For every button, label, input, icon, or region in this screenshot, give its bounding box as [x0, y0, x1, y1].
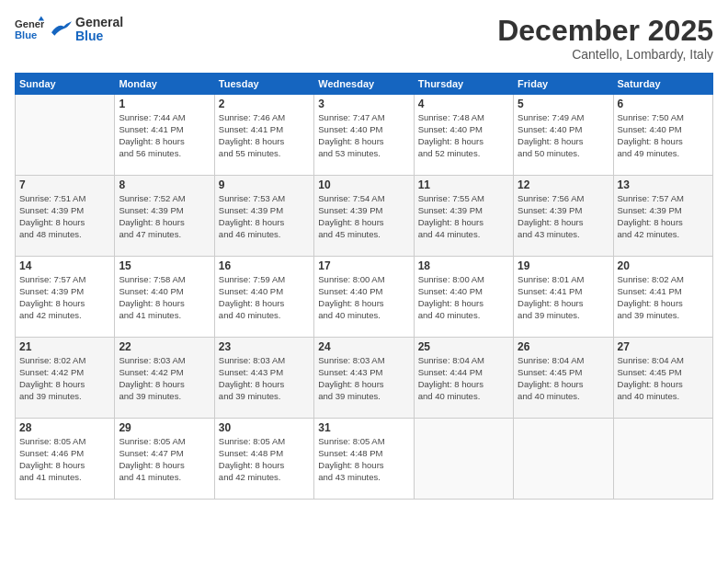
- day-number: 29: [119, 421, 210, 434]
- day-number: 21: [19, 340, 110, 353]
- day-info: Sunrise: 7:48 AM Sunset: 4:40 PM Dayligh…: [418, 112, 509, 159]
- table-row: 20Sunrise: 8:02 AM Sunset: 4:41 PM Dayli…: [613, 257, 712, 338]
- day-number: 18: [418, 259, 509, 272]
- day-info: Sunrise: 8:05 AM Sunset: 4:48 PM Dayligh…: [318, 436, 409, 483]
- table-row: 1Sunrise: 7:44 AM Sunset: 4:41 PM Daylig…: [115, 95, 214, 176]
- col-saturday: Saturday: [613, 74, 712, 95]
- day-number: 5: [518, 98, 609, 110]
- day-number: 23: [219, 340, 310, 353]
- table-row: 6Sunrise: 7:50 AM Sunset: 4:40 PM Daylig…: [613, 95, 712, 176]
- header: General Blue General Blue December 2025 …: [15, 15, 713, 62]
- table-row: 9Sunrise: 7:53 AM Sunset: 4:39 PM Daylig…: [214, 176, 313, 257]
- calendar-header-row: Sunday Monday Tuesday Wednesday Thursday…: [16, 74, 713, 95]
- day-number: 6: [618, 98, 709, 110]
- day-info: Sunrise: 8:02 AM Sunset: 4:41 PM Dayligh…: [618, 274, 709, 321]
- day-number: 9: [219, 178, 310, 191]
- day-number: 20: [618, 259, 709, 272]
- table-row: [613, 419, 712, 500]
- day-info: Sunrise: 8:04 AM Sunset: 4:45 PM Dayligh…: [618, 355, 709, 402]
- day-info: Sunrise: 7:57 AM Sunset: 4:39 PM Dayligh…: [19, 274, 110, 321]
- logo: General Blue General Blue: [15, 15, 123, 44]
- table-row: 16Sunrise: 7:59 AM Sunset: 4:40 PM Dayli…: [214, 257, 313, 338]
- day-number: 25: [418, 340, 509, 353]
- table-row: 14Sunrise: 7:57 AM Sunset: 4:39 PM Dayli…: [16, 257, 115, 338]
- logo-general-text: General: [75, 16, 123, 29]
- calendar-week-row: 7Sunrise: 7:51 AM Sunset: 4:39 PM Daylig…: [16, 176, 713, 257]
- logo-bird-icon: [48, 20, 74, 39]
- day-info: Sunrise: 8:04 AM Sunset: 4:45 PM Dayligh…: [518, 355, 609, 402]
- calendar-week-row: 21Sunrise: 8:02 AM Sunset: 4:42 PM Dayli…: [16, 338, 713, 419]
- col-tuesday: Tuesday: [214, 74, 313, 95]
- table-row: 18Sunrise: 8:00 AM Sunset: 4:40 PM Dayli…: [414, 257, 513, 338]
- day-info: Sunrise: 7:46 AM Sunset: 4:41 PM Dayligh…: [219, 112, 310, 159]
- title-block: December 2025 Cantello, Lombardy, Italy: [497, 15, 713, 62]
- table-row: 10Sunrise: 7:54 AM Sunset: 4:39 PM Dayli…: [314, 176, 414, 257]
- day-info: Sunrise: 7:59 AM Sunset: 4:40 PM Dayligh…: [219, 274, 310, 321]
- table-row: 22Sunrise: 8:03 AM Sunset: 4:42 PM Dayli…: [115, 338, 214, 419]
- day-info: Sunrise: 8:04 AM Sunset: 4:44 PM Dayligh…: [418, 355, 509, 402]
- day-number: 11: [418, 178, 509, 191]
- day-info: Sunrise: 7:58 AM Sunset: 4:40 PM Dayligh…: [119, 274, 210, 321]
- table-row: 7Sunrise: 7:51 AM Sunset: 4:39 PM Daylig…: [16, 176, 115, 257]
- day-info: Sunrise: 8:03 AM Sunset: 4:43 PM Dayligh…: [219, 355, 310, 402]
- table-row: 26Sunrise: 8:04 AM Sunset: 4:45 PM Dayli…: [514, 338, 613, 419]
- day-info: Sunrise: 8:03 AM Sunset: 4:43 PM Dayligh…: [318, 355, 409, 402]
- day-number: 19: [518, 259, 609, 272]
- day-number: 31: [318, 421, 409, 434]
- day-info: Sunrise: 7:44 AM Sunset: 4:41 PM Dayligh…: [119, 112, 210, 159]
- day-number: 17: [318, 259, 409, 272]
- table-row: 24Sunrise: 8:03 AM Sunset: 4:43 PM Dayli…: [314, 338, 414, 419]
- day-number: 2: [219, 98, 310, 110]
- day-info: Sunrise: 7:53 AM Sunset: 4:39 PM Dayligh…: [219, 193, 310, 240]
- table-row: [16, 95, 115, 176]
- table-row: 8Sunrise: 7:52 AM Sunset: 4:39 PM Daylig…: [115, 176, 214, 257]
- day-number: 26: [518, 340, 609, 353]
- day-info: Sunrise: 8:03 AM Sunset: 4:42 PM Dayligh…: [119, 355, 210, 402]
- table-row: [414, 419, 513, 500]
- day-info: Sunrise: 8:00 AM Sunset: 4:40 PM Dayligh…: [418, 274, 509, 321]
- day-info: Sunrise: 8:05 AM Sunset: 4:48 PM Dayligh…: [219, 436, 310, 483]
- col-thursday: Thursday: [414, 74, 513, 95]
- table-row: [514, 419, 613, 500]
- day-info: Sunrise: 7:54 AM Sunset: 4:39 PM Dayligh…: [318, 193, 409, 240]
- page-container: General Blue General Blue December 2025 …: [0, 0, 728, 507]
- table-row: 3Sunrise: 7:47 AM Sunset: 4:40 PM Daylig…: [314, 95, 414, 176]
- day-info: Sunrise: 7:56 AM Sunset: 4:39 PM Dayligh…: [518, 193, 609, 240]
- day-info: Sunrise: 8:01 AM Sunset: 4:41 PM Dayligh…: [518, 274, 609, 321]
- day-number: 13: [618, 178, 709, 191]
- table-row: 30Sunrise: 8:05 AM Sunset: 4:48 PM Dayli…: [214, 419, 313, 500]
- location-subtitle: Cantello, Lombardy, Italy: [497, 47, 713, 62]
- logo-blue-text: Blue: [75, 29, 123, 43]
- day-info: Sunrise: 7:51 AM Sunset: 4:39 PM Dayligh…: [19, 193, 110, 240]
- day-number: 22: [119, 340, 210, 353]
- calendar-week-row: 14Sunrise: 7:57 AM Sunset: 4:39 PM Dayli…: [16, 257, 713, 338]
- table-row: 2Sunrise: 7:46 AM Sunset: 4:41 PM Daylig…: [214, 95, 313, 176]
- day-number: 4: [418, 98, 509, 110]
- svg-text:Blue: Blue: [15, 29, 37, 40]
- calendar-table: Sunday Monday Tuesday Wednesday Thursday…: [15, 73, 713, 500]
- day-info: Sunrise: 8:00 AM Sunset: 4:40 PM Dayligh…: [318, 274, 409, 321]
- table-row: 31Sunrise: 8:05 AM Sunset: 4:48 PM Dayli…: [314, 419, 414, 500]
- day-number: 10: [318, 178, 409, 191]
- table-row: 19Sunrise: 8:01 AM Sunset: 4:41 PM Dayli…: [514, 257, 613, 338]
- table-row: 11Sunrise: 7:55 AM Sunset: 4:39 PM Dayli…: [414, 176, 513, 257]
- day-number: 8: [119, 178, 210, 191]
- table-row: 5Sunrise: 7:49 AM Sunset: 4:40 PM Daylig…: [514, 95, 613, 176]
- col-monday: Monday: [115, 74, 214, 95]
- calendar-week-row: 28Sunrise: 8:05 AM Sunset: 4:46 PM Dayli…: [16, 419, 713, 500]
- day-number: 14: [19, 259, 110, 272]
- day-number: 24: [318, 340, 409, 353]
- col-sunday: Sunday: [16, 74, 115, 95]
- day-info: Sunrise: 7:50 AM Sunset: 4:40 PM Dayligh…: [618, 112, 709, 159]
- day-info: Sunrise: 7:57 AM Sunset: 4:39 PM Dayligh…: [618, 193, 709, 240]
- day-number: 1: [119, 98, 210, 110]
- table-row: 27Sunrise: 8:04 AM Sunset: 4:45 PM Dayli…: [613, 338, 712, 419]
- col-wednesday: Wednesday: [314, 74, 414, 95]
- day-info: Sunrise: 8:05 AM Sunset: 4:46 PM Dayligh…: [19, 436, 110, 483]
- col-friday: Friday: [514, 74, 613, 95]
- day-info: Sunrise: 8:02 AM Sunset: 4:42 PM Dayligh…: [19, 355, 110, 402]
- month-title: December 2025: [497, 15, 713, 47]
- day-number: 12: [518, 178, 609, 191]
- table-row: 12Sunrise: 7:56 AM Sunset: 4:39 PM Dayli…: [514, 176, 613, 257]
- table-row: 25Sunrise: 8:04 AM Sunset: 4:44 PM Dayli…: [414, 338, 513, 419]
